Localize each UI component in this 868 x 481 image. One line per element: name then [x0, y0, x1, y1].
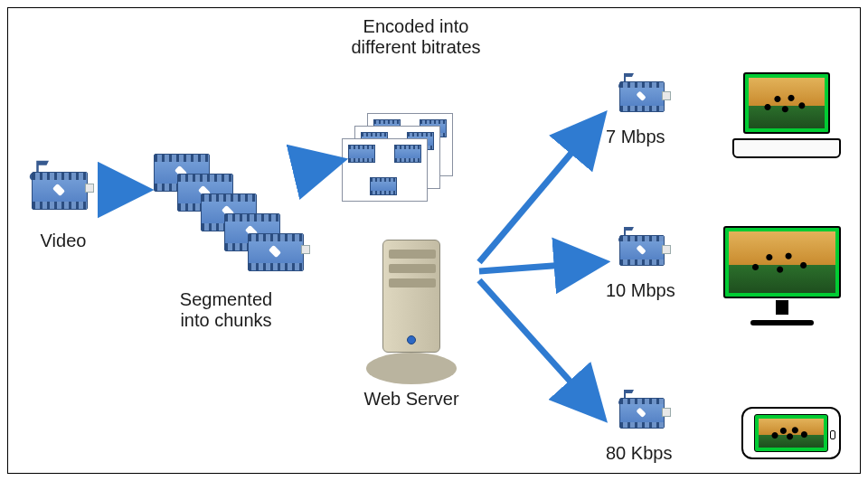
stream-low-icon: [619, 398, 669, 434]
leopard-image: [749, 78, 825, 128]
monitor-icon: [723, 226, 841, 325]
web-server-icon: [366, 240, 457, 384]
segmented-label: Segmented into chunks: [158, 289, 294, 331]
leopard-image: [759, 419, 824, 448]
leopard-image: [729, 231, 835, 293]
rate-monitor: 10 Mbps: [606, 280, 696, 301]
segmented-chunks-icon: [154, 154, 312, 289]
stream-high-icon: [619, 81, 669, 118]
phone-icon: [741, 407, 841, 459]
laptop-icon: [732, 72, 841, 158]
encoded-pages-icon: [342, 113, 459, 203]
rate-laptop: 7 Mbps: [606, 127, 687, 147]
video-label: Video: [32, 231, 95, 251]
encoded-title: Encoded into different bitrates: [307, 16, 524, 58]
server-label: Web Server: [348, 389, 475, 410]
stream-med-icon: [619, 235, 669, 271]
rate-phone: 80 Kbps: [606, 443, 696, 464]
